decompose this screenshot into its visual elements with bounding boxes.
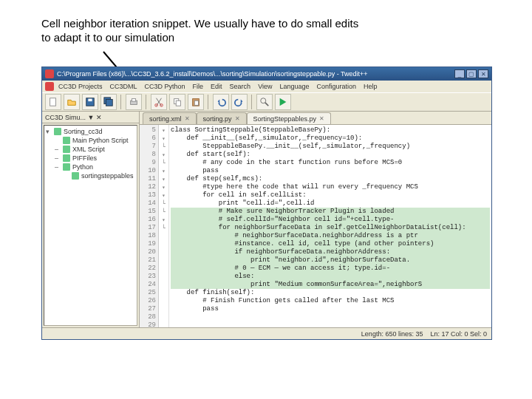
tree-label: XML Script: [72, 146, 105, 153]
code-line[interactable]: def __init__(self,_simulator,_frequency=…: [171, 134, 490, 143]
menu-configuration[interactable]: Configuration: [314, 82, 360, 91]
editor-tab[interactable]: sorting.xml✕: [143, 112, 197, 124]
code-content[interactable]: class SortingSteppable(SteppableBasePy):…: [169, 125, 491, 327]
code-line[interactable]: # self.cellId="Neighbor cell id="+cell.t…: [171, 216, 490, 224]
tb-new-icon[interactable]: [45, 94, 61, 110]
tree-item[interactable]: –PIFFiles: [46, 154, 135, 163]
tree-file-icon: [63, 163, 70, 171]
toolbar: [42, 92, 491, 112]
tree-item[interactable]: –XML Script: [46, 145, 135, 154]
code-line[interactable]: if neighborSurfaceData.neighborAddress:: [171, 248, 490, 256]
menu-file[interactable]: File: [190, 82, 207, 91]
tree-item[interactable]: –Python: [46, 163, 135, 171]
code-editor[interactable]: 5678910111213141516171819202122232425262…: [140, 125, 491, 327]
code-line[interactable]: pass: [171, 167, 490, 175]
code-line[interactable]: print "cell.id=",cell.id: [171, 200, 490, 208]
window-title: C:\Program Files (x86)\...\CC3D_3.6.2_in…: [57, 70, 451, 78]
tab-label: sorting.xml: [149, 115, 182, 123]
tree-label: Main Python Script: [72, 137, 129, 144]
editor-tab[interactable]: sorting.py✕: [197, 112, 247, 124]
window-controls: _ ▢ ✕: [454, 69, 488, 78]
code-line[interactable]: #type here the code that will run every …: [171, 183, 490, 191]
tab-close-icon[interactable]: ✕: [185, 115, 190, 122]
tab-close-icon[interactable]: ✕: [235, 115, 240, 122]
tree-file-icon: [63, 154, 70, 162]
tb-paste-icon[interactable]: [188, 94, 204, 110]
menu-view[interactable]: View: [255, 82, 275, 91]
tab-label: sorting.py: [203, 115, 232, 123]
code-line[interactable]: def finish(self):: [171, 289, 490, 297]
minimize-button[interactable]: _: [454, 69, 465, 78]
menu-cc3dml[interactable]: CC3DML: [107, 82, 140, 91]
svg-rect-14: [194, 100, 198, 105]
menu-language[interactable]: Language: [276, 82, 312, 91]
tb-undo-icon[interactable]: [213, 94, 229, 110]
editor-tab[interactable]: SortingSteppables.py✕: [247, 112, 332, 124]
code-line[interactable]: # 0 — ECM — we can access it; type.id=-: [171, 265, 490, 273]
menu-edit[interactable]: Edit: [208, 82, 225, 91]
menu-cc3d-python[interactable]: CC3D Python: [142, 82, 188, 91]
sidebar-header: CC3D Simu... ▼ ✕: [42, 112, 139, 123]
code-line[interactable]: pass: [171, 305, 490, 313]
tree-label: Sorting_cc3d: [64, 128, 103, 135]
tree-label: sortingsteppables: [81, 172, 134, 180]
code-line[interactable]: SteppableBasePy.__init__(self,_simulator…: [171, 143, 490, 151]
tb-cut-icon[interactable]: [151, 94, 167, 110]
menu-search[interactable]: Search: [227, 82, 254, 91]
editor-body: CC3D Simu... ▼ ✕ ▾Sorting_cc3dMain Pytho…: [42, 112, 491, 327]
tb-copy-icon[interactable]: [169, 94, 185, 110]
svg-rect-2: [50, 98, 56, 106]
svg-rect-4: [88, 99, 92, 102]
code-line[interactable]: # Finish Function gets called after the …: [171, 297, 490, 305]
svg-rect-12: [176, 100, 180, 106]
page-caption: Cell neighbor iteration snippet. We usua…: [41, 16, 359, 44]
code-line[interactable]: else:: [171, 273, 490, 281]
svg-rect-8: [132, 99, 135, 102]
tree-file-icon: [63, 137, 70, 144]
code-line[interactable]: def step(self,mcs):: [171, 175, 490, 183]
code-line[interactable]: class SortingSteppable(SteppableBasePy):: [171, 126, 490, 134]
tb-redo-icon[interactable]: [231, 94, 248, 110]
code-line[interactable]: # neighborSurfaceData.neighborAddress is…: [171, 232, 490, 240]
menu-cc3d-projects[interactable]: CC3D Projects: [55, 82, 106, 91]
code-line[interactable]: print "Medium commonSurfaceArea=",neighb…: [171, 281, 490, 289]
svg-line-16: [265, 103, 268, 106]
code-line[interactable]: print "neighbor.id",neighborSurfaceData.: [171, 256, 490, 265]
status-length: Length: 650 lines: 35: [361, 330, 423, 338]
status-position: Ln: 17 Col: 0 Sel: 0: [430, 330, 487, 338]
code-line[interactable]: # any code in the start function runs be…: [171, 159, 490, 167]
tb-open-icon[interactable]: [64, 94, 80, 110]
tb-print-icon[interactable]: [126, 94, 142, 110]
code-line[interactable]: for cell in self.cellList:: [171, 191, 490, 200]
code-line[interactable]: #instance. cell id, cell type (and other…: [171, 240, 490, 248]
tb-saveall-icon[interactable]: [100, 94, 117, 110]
svg-point-15: [261, 98, 266, 103]
tb-run-icon[interactable]: [275, 94, 291, 110]
tree-twisty-icon[interactable]: –: [55, 154, 61, 162]
tree-item[interactable]: ▾Sorting_cc3d: [46, 127, 135, 136]
tree-item[interactable]: sortingsteppables: [46, 171, 135, 180]
app-icon: [45, 69, 54, 78]
close-button[interactable]: ✕: [478, 69, 488, 78]
menu-app-icon: [45, 82, 54, 91]
menubar: CC3D Projects CC3DML CC3D Python File Ed…: [42, 81, 491, 92]
titlebar: C:\Program Files (x86)\...\CC3D_3.6.2_in…: [42, 67, 491, 81]
tree-twisty-icon[interactable]: –: [55, 146, 61, 153]
tab-close-icon[interactable]: ✕: [319, 115, 324, 122]
code-line[interactable]: def start(self):: [171, 151, 490, 159]
tb-find-icon[interactable]: [256, 94, 273, 110]
menu-help[interactable]: Help: [361, 82, 381, 91]
tb-save-icon[interactable]: [82, 94, 98, 110]
code-line[interactable]: # Make sure NeighborTracker Plugin is lo…: [171, 208, 490, 216]
project-tree[interactable]: ▾Sorting_cc3dMain Python Script–XML Scri…: [44, 125, 137, 326]
toolbar-sep: [146, 95, 147, 109]
tree-twisty-icon[interactable]: ▾: [46, 128, 52, 135]
maximize-button[interactable]: ▢: [466, 69, 477, 78]
fold-column[interactable]: ▾▾└▾└▾▾▾▾└└▾└: [159, 125, 169, 327]
editor-area: sorting.xml✕sorting.py✕SortingSteppables…: [140, 112, 491, 327]
tree-item[interactable]: Main Python Script: [46, 136, 135, 145]
tree-twisty-icon[interactable]: –: [55, 163, 61, 171]
toolbar-sep: [120, 95, 122, 109]
toolbar-sep: [251, 95, 253, 109]
code-line[interactable]: for neighborSurfaceData in self.getCellN…: [171, 224, 490, 232]
